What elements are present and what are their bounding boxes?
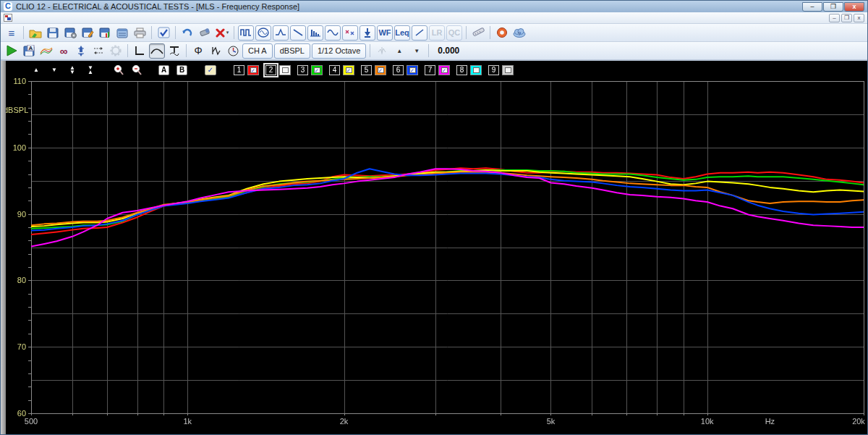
loop-icon[interactable]: ∞ — [56, 43, 72, 59]
curve-color-swatch-3[interactable]: ✓ — [311, 65, 323, 75]
mdi-minimize-button[interactable]: – — [829, 14, 840, 22]
ruler-icon[interactable] — [470, 25, 486, 41]
curve-slot-button-2[interactable]: 2 — [265, 65, 276, 75]
delay-up-button[interactable]: ▲ — [391, 43, 407, 59]
curve-visible-checkbox-7[interactable]: ✓ — [441, 67, 448, 73]
save-chart-icon[interactable] — [97, 25, 113, 41]
verify-check-icon[interactable] — [156, 25, 171, 41]
mic-position-icon[interactable] — [73, 43, 89, 59]
clock-icon[interactable] — [225, 43, 241, 59]
time-domain-button[interactable] — [132, 43, 148, 59]
lr-icon[interactable]: LR — [429, 25, 445, 41]
shift-up-button[interactable]: ▲ — [30, 68, 43, 72]
save-edit-icon[interactable] — [80, 25, 95, 41]
close-button[interactable]: x — [844, 2, 864, 12]
unit-select[interactable]: dBSPL — [274, 43, 310, 59]
open-file-icon[interactable] — [27, 25, 43, 41]
curve-slot-button-6[interactable]: 6 — [393, 65, 404, 75]
shift-down-button[interactable]: ▼ — [48, 68, 61, 72]
expand-scale-button[interactable]: ▲▼ — [66, 66, 79, 75]
mdi-document-icon[interactable] — [4, 14, 12, 22]
curve-slot-3: 3✓ — [297, 65, 323, 75]
zoom-out-button[interactable] — [130, 64, 143, 76]
leq-icon[interactable]: Leq — [394, 25, 410, 41]
curve-visible-checkbox-1[interactable]: ✓ — [250, 67, 257, 73]
qc-icon[interactable]: QC — [446, 25, 462, 41]
eraser-icon[interactable] — [197, 25, 213, 41]
print-icon[interactable] — [132, 25, 148, 41]
curve-color-swatch-1[interactable]: ✓ — [247, 65, 259, 75]
curve-color-swatch-9[interactable] — [502, 65, 514, 75]
marker-a-button[interactable]: A — [158, 65, 169, 75]
svg-text:A: A — [28, 45, 33, 51]
save-settings-icon[interactable] — [62, 25, 78, 41]
curve-slot-4: 4✓ — [329, 65, 354, 75]
mdi-close-button[interactable]: x — [854, 14, 864, 22]
compress-scale-button[interactable]: ▼▲ — [84, 66, 97, 75]
delete-caret-icon: ▾ — [226, 30, 229, 35]
curve-visible-checkbox-3[interactable]: ✓ — [314, 67, 320, 73]
mls-icon[interactable] — [238, 25, 254, 41]
delete-icon[interactable]: ▾ — [214, 25, 230, 41]
decay-icon[interactable] — [290, 25, 306, 41]
autorange-icon[interactable] — [90, 43, 106, 59]
curve-slots: 1✓23✓4✓5✓6✓7✓89 — [234, 65, 520, 75]
curve-slot-button-7[interactable]: 7 — [425, 65, 435, 75]
curve-slot-9: 9 — [488, 65, 514, 75]
marker-b-button[interactable]: B — [176, 65, 187, 75]
waterfall-icon[interactable]: WF — [377, 25, 393, 41]
curve-visible-checkbox-4[interactable]: ✓ — [346, 67, 352, 73]
curve-color-swatch-4[interactable]: ✓ — [343, 65, 354, 75]
save-icon[interactable] — [45, 25, 61, 41]
delay-down-button[interactable]: ▼ — [409, 43, 425, 59]
mic-icon[interactable] — [359, 25, 375, 41]
curve-visible-checkbox-6[interactable]: ✓ — [409, 67, 416, 73]
delay-capture-icon[interactable] — [374, 43, 390, 59]
curve-color-swatch-5[interactable]: ✓ — [375, 65, 386, 75]
curve-color-swatch-2[interactable] — [279, 65, 291, 75]
rta-icon[interactable] — [307, 25, 323, 41]
phase-display-button[interactable] — [166, 43, 182, 59]
zoom-in-button[interactable] — [112, 64, 125, 76]
curve-slot-button-3[interactable]: 3 — [297, 65, 308, 75]
restore-button[interactable]: ❐ — [823, 2, 843, 12]
cloud-help-icon[interactable]: ? — [511, 25, 527, 41]
sine-icon[interactable] — [325, 25, 341, 41]
phase-button[interactable]: Φ — [190, 43, 206, 59]
overlays-icon[interactable] — [38, 43, 54, 59]
slope-icon[interactable] — [412, 25, 427, 41]
undo-icon[interactable] — [179, 25, 195, 41]
curve-visible-checkbox-5[interactable]: ✓ — [378, 67, 384, 73]
curve-visible-checkbox-8[interactable] — [473, 67, 480, 73]
curve-color-swatch-6[interactable]: ✓ — [407, 65, 418, 75]
notes-icon[interactable] — [114, 25, 130, 41]
smoothing-select[interactable]: 1/12 Octave — [312, 43, 366, 59]
curve-slot-button-1[interactable]: 1 — [234, 65, 244, 75]
help-lifering-icon[interactable] — [494, 25, 510, 41]
scatter-icon[interactable] — [342, 25, 358, 41]
curve-visible-checkbox-2[interactable] — [282, 67, 289, 73]
channel-select[interactable]: CH A — [242, 43, 273, 59]
curve-color-swatch-7[interactable]: ✓ — [438, 65, 450, 75]
minimize-button[interactable]: – — [802, 2, 822, 12]
curve-color-swatch-8[interactable] — [470, 65, 482, 75]
play-button[interactable] — [4, 43, 20, 59]
impulse-view-button[interactable] — [208, 43, 224, 59]
curve-slot-button-5[interactable]: 5 — [361, 65, 372, 75]
curve-slot-button-9[interactable]: 9 — [488, 65, 499, 75]
autosave-icon[interactable]: A — [21, 43, 37, 59]
frequency-response-plot[interactable] — [1, 61, 867, 434]
curve-slot-button-4[interactable]: 4 — [329, 65, 340, 75]
sinusoidal-icon[interactable] — [255, 25, 271, 41]
curve-visible-checkbox-9[interactable] — [505, 67, 511, 73]
frequency-domain-button[interactable] — [149, 43, 165, 59]
mdi-restore-button[interactable]: ❐ — [841, 14, 852, 22]
overlay-visibility-checkbox[interactable]: ✓ — [205, 65, 216, 75]
settings-gear-icon[interactable] — [108, 43, 124, 59]
impulse-icon[interactable] — [273, 25, 289, 41]
curve-slot-6: 6✓ — [393, 65, 418, 75]
menu-icon[interactable]: ≡ — [4, 25, 20, 41]
curve-slot-5: 5✓ — [361, 65, 386, 75]
graph-area: ▲ ▼ ▲▼ ▼▲ A B ✓ 1✓23✓4✓5✓6✓7✓89 dBSPL — [1, 61, 867, 434]
curve-slot-button-8[interactable]: 8 — [456, 65, 467, 75]
